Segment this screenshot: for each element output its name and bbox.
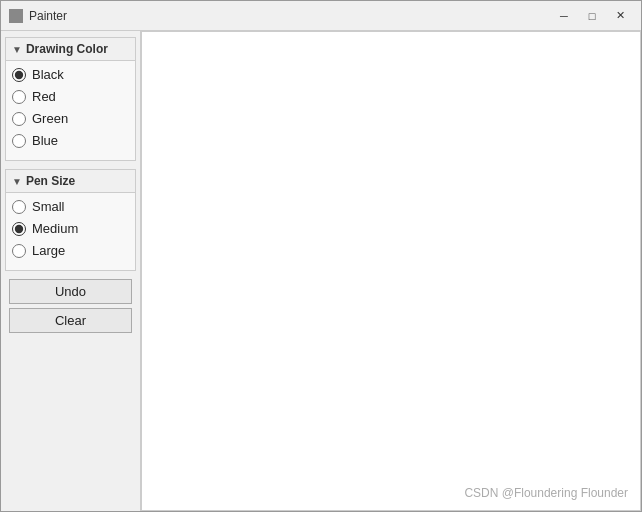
drawing-canvas[interactable]: CSDN @Floundering Flounder xyxy=(141,31,641,511)
pen-size-items: Small Medium Large xyxy=(6,193,135,264)
sidebar: ▼ Drawing Color Black Red Green xyxy=(1,31,141,511)
title-bar-left: Painter xyxy=(9,9,67,23)
app-icon xyxy=(9,9,23,23)
content-area: ▼ Drawing Color Black Red Green xyxy=(1,31,641,511)
size-small-radio[interactable] xyxy=(12,200,26,214)
watermark-text: CSDN @Floundering Flounder xyxy=(464,486,628,500)
close-button[interactable]: ✕ xyxy=(607,6,633,26)
color-black-label: Black xyxy=(32,67,64,82)
color-blue-label: Blue xyxy=(32,133,58,148)
title-bar: Painter ─ □ ✕ xyxy=(1,1,641,31)
color-red-radio[interactable] xyxy=(12,90,26,104)
size-small-label: Small xyxy=(32,199,65,214)
color-red-label: Red xyxy=(32,89,56,104)
color-red-item[interactable]: Red xyxy=(12,87,129,106)
color-black-radio[interactable] xyxy=(12,68,26,82)
color-green-radio[interactable] xyxy=(12,112,26,126)
clear-button[interactable]: Clear xyxy=(9,308,132,333)
main-window: Painter ─ □ ✕ ▼ Drawing Color Black xyxy=(0,0,642,512)
size-small-item[interactable]: Small xyxy=(12,197,129,216)
size-large-item[interactable]: Large xyxy=(12,241,129,260)
color-green-item[interactable]: Green xyxy=(12,109,129,128)
chevron-down-icon-2: ▼ xyxy=(12,176,22,187)
size-large-radio[interactable] xyxy=(12,244,26,258)
color-green-label: Green xyxy=(32,111,68,126)
pen-size-header[interactable]: ▼ Pen Size xyxy=(6,170,135,193)
undo-button[interactable]: Undo xyxy=(9,279,132,304)
size-medium-radio[interactable] xyxy=(12,222,26,236)
color-blue-item[interactable]: Blue xyxy=(12,131,129,150)
pen-size-label: Pen Size xyxy=(26,174,75,188)
minimize-button[interactable]: ─ xyxy=(551,6,577,26)
drawing-color-group: ▼ Drawing Color Black Red Green xyxy=(5,37,136,161)
window-controls: ─ □ ✕ xyxy=(551,6,633,26)
color-black-item[interactable]: Black xyxy=(12,65,129,84)
maximize-button[interactable]: □ xyxy=(579,6,605,26)
pen-size-group: ▼ Pen Size Small Medium Large xyxy=(5,169,136,271)
chevron-down-icon: ▼ xyxy=(12,44,22,55)
size-large-label: Large xyxy=(32,243,65,258)
color-blue-radio[interactable] xyxy=(12,134,26,148)
size-medium-label: Medium xyxy=(32,221,78,236)
action-buttons: Undo Clear xyxy=(5,279,136,333)
drawing-color-label: Drawing Color xyxy=(26,42,108,56)
size-medium-item[interactable]: Medium xyxy=(12,219,129,238)
window-title: Painter xyxy=(29,9,67,23)
drawing-color-header[interactable]: ▼ Drawing Color xyxy=(6,38,135,61)
drawing-color-items: Black Red Green Blue xyxy=(6,61,135,154)
